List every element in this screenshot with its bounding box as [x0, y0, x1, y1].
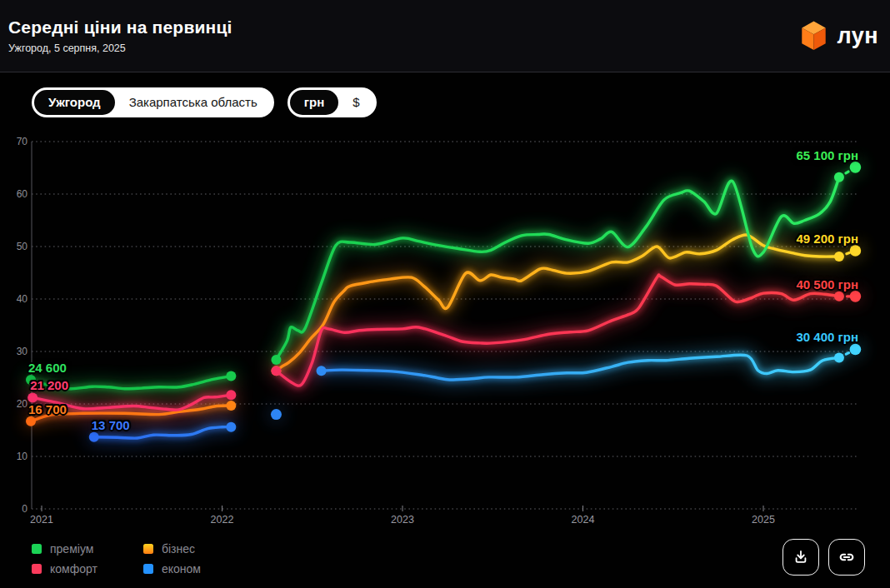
svg-text:2021: 2021: [30, 514, 53, 526]
legend-swatch: [143, 564, 153, 574]
lun-cube-icon: [800, 19, 828, 52]
header: Середні ціни на первинці Ужгород, 5 серп…: [0, 0, 890, 72]
link-icon: [838, 548, 856, 566]
location-toggle: УжгородЗакарпатська область: [32, 87, 274, 117]
svg-text:2025: 2025: [752, 514, 775, 526]
legend-label: економ: [162, 562, 201, 576]
currency-option-0[interactable]: грн: [290, 90, 338, 115]
chart-legend: преміумбізнескомфортеконом: [32, 539, 201, 576]
lun-logo: лун: [800, 19, 878, 52]
price-chart: 01020304050607020212022202320242025 24 6…: [0, 117, 890, 532]
svg-text:70: 70: [17, 136, 28, 147]
logo-text: лун: [837, 23, 878, 49]
start-value-label-1: 16 700: [28, 401, 67, 416]
currency-toggle: грн$: [288, 87, 377, 117]
legend-item-3: економ: [143, 562, 201, 576]
svg-text:10: 10: [17, 451, 28, 462]
action-buttons: [782, 539, 865, 576]
download-button[interactable]: [782, 539, 819, 576]
end-value-label-0: 65 100 грн: [796, 147, 858, 162]
start-value-label-0: 24 600: [28, 361, 67, 375]
legend-label: бізнес: [162, 542, 195, 556]
legend-item-2: комфорт: [32, 562, 98, 576]
legend-item-0: преміум: [32, 542, 98, 556]
svg-text:2024: 2024: [572, 514, 595, 526]
location-option-0[interactable]: Ужгород: [34, 90, 115, 115]
copy-link-button[interactable]: [828, 539, 865, 576]
svg-text:40: 40: [17, 293, 28, 305]
page-title: Середні ціни на первинці: [8, 17, 232, 37]
chart-canvas: 01020304050607020212022202320242025: [0, 117, 890, 532]
location-option-1[interactable]: Закарпатська область: [115, 90, 272, 115]
start-value-label-3: 13 700: [92, 417, 130, 431]
end-value-label-1: 49 200 грн: [796, 232, 858, 246]
footer: преміумбізнескомфортеконом: [32, 539, 865, 576]
currency-option-1[interactable]: $: [338, 90, 373, 115]
svg-text:2023: 2023: [391, 514, 414, 526]
legend-label: комфорт: [50, 562, 98, 576]
download-icon: [792, 549, 809, 566]
legend-label: преміум: [50, 542, 93, 556]
svg-text:20: 20: [17, 398, 28, 410]
svg-text:2022: 2022: [211, 514, 234, 526]
start-value-label-2: 21 200: [30, 378, 68, 392]
svg-text:0: 0: [22, 503, 28, 515]
end-value-label-3: 30 400 грн: [796, 330, 858, 344]
legend-item-1: бізнес: [143, 542, 201, 556]
legend-swatch: [32, 564, 42, 574]
page-subtitle: Ужгород, 5 серпня, 2025: [8, 42, 232, 54]
end-value-label-2: 40 500 грн: [796, 277, 858, 291]
legend-swatch: [32, 544, 42, 554]
svg-text:30: 30: [17, 346, 28, 357]
svg-text:50: 50: [17, 241, 28, 252]
svg-text:60: 60: [17, 188, 28, 200]
legend-swatch: [143, 544, 153, 554]
controls-row: УжгородЗакарпатська область грн$: [32, 87, 890, 117]
